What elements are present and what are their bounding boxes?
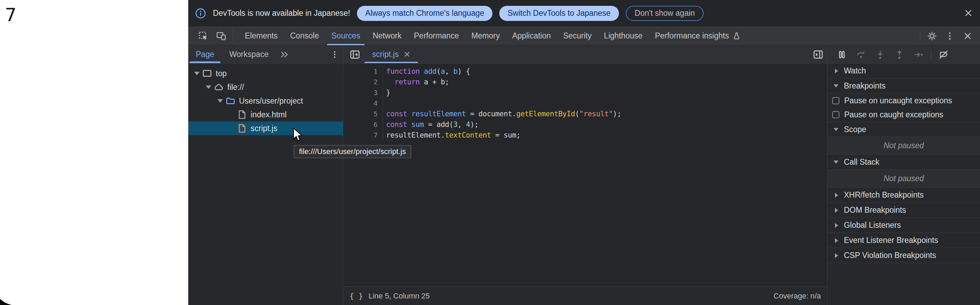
tab-security[interactable]: Security	[557, 26, 598, 45]
language-infobar: DevTools is now available in Japanese! A…	[188, 0, 980, 26]
caret-right-icon	[832, 193, 840, 198]
line-number-5[interactable]: 5	[343, 109, 383, 120]
section-global-listeners[interactable]: Global Listeners	[827, 218, 980, 233]
tab-lighthouse[interactable]: Lighthouse	[598, 26, 649, 45]
navigator-kebab-menu-icon[interactable]	[326, 46, 343, 63]
gear-icon[interactable]	[923, 26, 941, 45]
line-number-1[interactable]: 1	[343, 66, 383, 77]
expander-down-icon[interactable]	[216, 99, 224, 102]
sources-panel: Page Workspace topfile://Users/user/proj…	[188, 46, 980, 305]
close-tab-icon[interactable]: ✕	[404, 50, 410, 59]
tab-memory[interactable]: Memory	[465, 26, 506, 45]
code-line-5: 5const resultElement = document.getEleme…	[343, 109, 827, 120]
editor-tab-scriptjs[interactable]: script.js ✕	[364, 46, 419, 63]
panel-tabs: ElementsConsoleSourcesNetworkPerformance…	[239, 26, 747, 45]
toolbar-divider	[920, 30, 920, 41]
code-line-7: 7resultElement.textContent = sum;	[343, 130, 827, 141]
code-text: const resultElement = document.getElemen…	[383, 109, 621, 120]
editor-sidebar-divider[interactable]	[827, 46, 827, 305]
section-event-listener-breakpoints[interactable]: Event Listener Breakpoints	[827, 233, 980, 248]
line-number-6[interactable]: 6	[343, 120, 383, 130]
caret-right-icon	[832, 253, 840, 258]
infobar-close-icon[interactable]	[963, 8, 974, 19]
toolbar-divider	[233, 30, 233, 41]
section-dom-breakpoints[interactable]: DOM Breakpoints	[827, 203, 980, 218]
tab-performance-insights[interactable]: Performance insights	[649, 26, 747, 45]
dont-show-again-button[interactable]: Don't show again	[626, 6, 704, 21]
debugger-sections: WatchBreakpointsPause on uncaught except…	[827, 64, 980, 263]
line-number-2[interactable]: 2	[343, 77, 383, 88]
tree-item-users-user-project[interactable]: Users/user/project	[188, 94, 343, 108]
step-out-icon[interactable]	[891, 46, 908, 64]
pause-icon[interactable]	[833, 46, 851, 64]
tab-console[interactable]: Console	[284, 26, 325, 45]
not-paused-message: Not paused	[827, 137, 980, 155]
section-breakpoints[interactable]: Breakpoints	[827, 78, 980, 94]
navigator-pane: Page Workspace topfile://Users/user/proj…	[188, 46, 343, 305]
line-number-3[interactable]: 3	[343, 88, 383, 98]
infobar-message: DevTools is now available in Japanese!	[213, 9, 350, 18]
switch-devtools-japanese-button[interactable]: Switch DevTools to Japanese	[499, 6, 619, 21]
line-number-7[interactable]: 7	[343, 130, 383, 141]
section-scope[interactable]: Scope	[827, 122, 980, 137]
code-text: resultElement.textContent = sum;	[383, 130, 520, 141]
more-tabs-icon[interactable]	[276, 46, 292, 63]
tab-application[interactable]: Application	[506, 26, 557, 45]
expander-down-icon[interactable]	[204, 85, 213, 89]
section-label: Call Stack	[844, 158, 880, 167]
cursor-position-label: Line 5, Column 25	[369, 292, 430, 300]
navigator-tab-workspace[interactable]: Workspace	[222, 46, 276, 63]
tree-item-script-js[interactable]: script.js	[188, 121, 343, 135]
hide-navigator-icon[interactable]	[346, 46, 364, 63]
toolbar-divider	[931, 50, 931, 59]
caret-right-icon	[832, 238, 840, 243]
checkbox-row-pause-on-caught-exceptions: Pause on caught exceptions	[827, 108, 980, 122]
tab-elements[interactable]: Elements	[239, 26, 284, 45]
tree-item-file[interactable]: file://	[188, 80, 343, 94]
code-text: return a + b;	[383, 77, 449, 88]
section-label: Scope	[844, 125, 866, 134]
section-label: Global Listeners	[844, 220, 901, 230]
section-xhr-fetch-breakpoints[interactable]: XHR/fetch Breakpoints	[827, 188, 980, 203]
page-corner-label: 7	[5, 4, 16, 26]
navigator-editor-divider[interactable]	[343, 46, 343, 305]
section-csp-violation-breakpoints[interactable]: CSP Violation Breakpoints	[827, 248, 980, 263]
file-icon	[237, 123, 247, 133]
checkbox-pause-on-uncaught-exceptions[interactable]	[832, 97, 839, 104]
code-line-3: 3}	[343, 88, 827, 98]
line-number-4[interactable]: 4	[343, 98, 383, 109]
deactivate-breakpoints-icon[interactable]	[935, 46, 953, 64]
code-text	[383, 98, 386, 109]
device-toolbar-icon[interactable]	[212, 26, 230, 45]
caret-down-icon	[832, 85, 840, 88]
checkbox-pause-on-caught-exceptions[interactable]	[832, 111, 839, 118]
caret-down-icon	[832, 161, 840, 164]
section-watch[interactable]: Watch	[827, 64, 980, 78]
file-path-tooltip: file:///Users/user/project/script.js	[294, 145, 411, 158]
checkbox-label: Pause on caught exceptions	[844, 110, 943, 120]
close-devtools-icon[interactable]	[959, 26, 977, 45]
step-icon[interactable]	[910, 46, 928, 64]
file-icon	[237, 109, 247, 120]
debugger-toolbar	[827, 46, 980, 64]
step-into-icon[interactable]	[871, 46, 889, 64]
flask-icon	[732, 32, 741, 40]
step-over-icon[interactable]	[852, 46, 870, 64]
section-call-stack[interactable]: Call Stack	[827, 155, 980, 170]
expander-down-icon[interactable]	[192, 72, 201, 75]
tree-item-top[interactable]: top	[188, 67, 343, 80]
code-editor[interactable]: 1function add(a, b) {2 return a + b;3}45…	[343, 64, 827, 286]
always-match-language-button[interactable]: Always match Chrome's language	[357, 6, 492, 21]
inspect-element-icon[interactable]	[194, 26, 212, 45]
tab-sources[interactable]: Sources	[325, 26, 366, 45]
kebab-menu-icon[interactable]	[941, 26, 959, 45]
tree-item-index-html[interactable]: index.html	[188, 108, 343, 121]
hide-debugger-sidebar-icon[interactable]	[809, 46, 827, 63]
tab-network[interactable]: Network	[367, 26, 408, 45]
section-label: DOM Breakpoints	[844, 206, 906, 215]
navigator-tab-page[interactable]: Page	[188, 46, 222, 63]
pretty-print-icon[interactable]: { }	[349, 292, 363, 300]
devtools-toolbar: ElementsConsoleSourcesNetworkPerformance…	[188, 26, 980, 46]
coverage-label: Coverage: n/a	[773, 292, 821, 300]
tab-performance[interactable]: Performance	[408, 26, 465, 45]
